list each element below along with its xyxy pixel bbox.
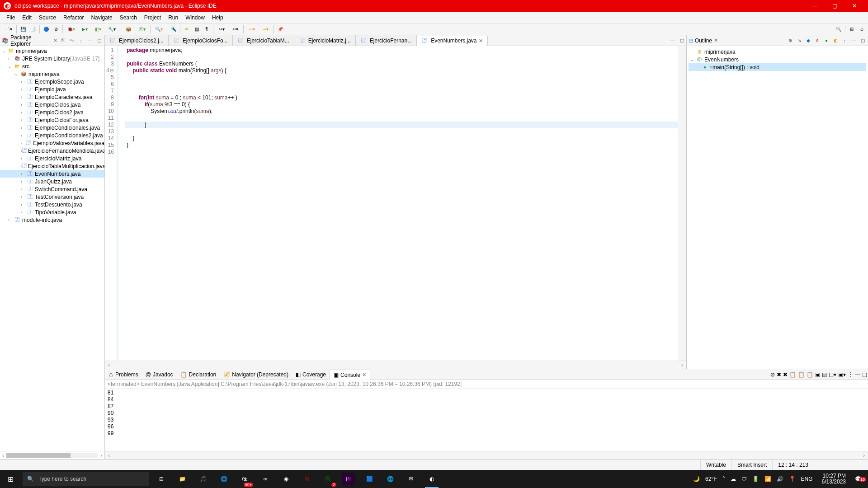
new-java-class-button[interactable]: Ⓒ▾ (136, 25, 148, 34)
console-toolbar-button[interactable]: 📋 (789, 371, 796, 378)
quick-access-button[interactable]: 🔍 (834, 25, 843, 34)
close-button[interactable]: ✕ (844, 0, 864, 12)
twisty-icon[interactable]: › (21, 80, 26, 84)
link-editor-button[interactable]: ⇆ (68, 37, 75, 44)
bottom-tab-console[interactable]: ▣Console ✕ (330, 370, 370, 380)
console-toolbar-button[interactable]: ⊘ (770, 371, 775, 378)
tree-item[interactable]: ›🇯EjecmploScope.java (0, 78, 104, 85)
twisty-icon[interactable]: ⌄ (8, 64, 14, 69)
menu-file[interactable]: File (3, 13, 19, 22)
tree-item[interactable]: ›🇯SwitchCommand.java (0, 185, 104, 193)
tree-item[interactable]: ›🇯EjercicioMatriz.java (0, 155, 104, 162)
twisty-icon[interactable]: › (21, 126, 26, 130)
tray-chevron-icon[interactable]: ˄ (722, 476, 725, 482)
outline-hide-static-button[interactable]: s (814, 37, 821, 44)
debug-button[interactable]: 🐞▾ (65, 25, 77, 34)
tree-item[interactable]: ›🇯EjemploCiclos.java (0, 101, 104, 108)
pin-editor-button[interactable]: 📌 (276, 25, 285, 34)
twisty-icon[interactable]: ⌄ (2, 49, 7, 53)
console-hscroll[interactable]: ‹› (105, 451, 868, 459)
skip-breakpoints-button[interactable]: ⊘ (52, 25, 61, 34)
chrome-button[interactable]: ◉ (276, 470, 297, 488)
tab-close[interactable]: ✕ (362, 372, 366, 378)
bottom-tab-navigatordeprecated[interactable]: 🧭Navigator (Deprecated) (220, 369, 292, 380)
menu-run[interactable]: Run (165, 13, 182, 22)
console-toolbar-button[interactable]: 📋 (798, 371, 805, 378)
weather-icon[interactable]: 🌙 (693, 476, 700, 482)
twisty-icon[interactable]: › (21, 87, 26, 92)
chevron-down-icon[interactable]: ⌄ (690, 57, 696, 62)
tree-item[interactable]: ›🇯EjercicioFernandoMendiola.java (0, 147, 104, 155)
new-button[interactable]: 📄▾ (2, 25, 14, 34)
twisty-icon[interactable]: › (21, 95, 26, 99)
outline-focus-button[interactable]: ⊕ (787, 37, 794, 44)
folding-ruler[interactable] (118, 46, 125, 361)
twisty-icon[interactable]: › (21, 195, 26, 199)
code-editor[interactable]: 1234⊖5678910111213141516 package miprime… (105, 46, 686, 361)
console-toolbar-button[interactable]: ▢▾ (829, 371, 836, 378)
notifications-icon[interactable]: 💬16 (855, 476, 866, 482)
tree-item[interactable]: ›🇯EvenNumbers.java (0, 170, 104, 178)
outline-minimize-button[interactable]: — (850, 37, 857, 44)
twisty-icon[interactable]: › (8, 56, 14, 61)
package-explorer-close[interactable]: ✕ (53, 38, 57, 43)
language-indicator[interactable]: ENG (801, 476, 813, 482)
twisty-icon[interactable]: › (21, 118, 26, 122)
tree-item[interactable]: ⌄📂src (0, 62, 104, 70)
tree-item[interactable]: ›🇯TestConversion.java (0, 193, 104, 201)
editor-tab[interactable]: 🇯EjemploCiclosFo... (169, 35, 233, 46)
show-whitespace-button[interactable]: ¶ (202, 25, 211, 34)
tree-item[interactable]: ⌄📁miprimerjava (0, 47, 104, 55)
console-toolbar-button[interactable]: ▤ (822, 371, 827, 378)
outline-close[interactable]: ✕ (714, 38, 718, 43)
outline-tree[interactable]: ⊞ miprimerjava ⌄ Ⓒ EvenNumbers ● s main(… (687, 46, 868, 73)
twisty-icon[interactable]: › (21, 141, 25, 145)
package-explorer-hscroll[interactable]: ‹› (0, 451, 104, 459)
collapse-all-button[interactable]: ⇱ (59, 37, 66, 44)
xbox-button[interactable]: ⓧ2 (317, 470, 338, 488)
tree-item[interactable]: ›🇯EjemploCondicionales2.java (0, 131, 104, 139)
battery-icon[interactable]: 🔋 (752, 476, 759, 482)
tree-item[interactable]: ›🇯JuanQuizz.java (0, 178, 104, 185)
tree-item[interactable]: ›🇯EjemploCondicionales.java (0, 124, 104, 131)
taskbar-search[interactable]: 🔍 Type here to search (23, 472, 149, 486)
open-perspective-button[interactable]: ⊞ (847, 25, 856, 34)
java-perspective-button[interactable]: ♨ (857, 25, 866, 34)
bottom-tab-javadoc[interactable]: @Javadoc (142, 369, 177, 380)
menu-search[interactable]: Search (116, 13, 141, 22)
tree-item[interactable]: ›🇯EjemploValoresVariables.java (0, 139, 104, 147)
itunes-button[interactable]: 🎵 (193, 470, 213, 488)
twisty-icon[interactable]: › (21, 133, 26, 138)
copilot-button[interactable]: 🟦 (359, 470, 380, 488)
forward-button[interactable]: ⤻▾ (259, 25, 272, 34)
outline-hide-local-button[interactable]: ◐ (832, 37, 839, 44)
twisty-icon[interactable]: › (21, 187, 26, 192)
console-toolbar-button[interactable]: ▣ (815, 371, 820, 378)
package-tree[interactable]: ⌄📁miprimerjava›📚JRE System Library [Java… (0, 46, 104, 451)
view-menu-button[interactable]: ⋮ (77, 37, 85, 44)
tree-item[interactable]: ⌄📦miprimerjava (0, 70, 104, 78)
twisty-icon[interactable]: › (8, 218, 14, 222)
console-toolbar-button[interactable]: ✖ (783, 371, 788, 378)
console-toolbar-button[interactable]: ▣▾ (838, 371, 846, 378)
twisty-icon[interactable]: ⌄ (14, 72, 20, 76)
editor-hscroll[interactable]: ‹› (105, 361, 686, 369)
console-output[interactable]: 81848790939699 (105, 389, 868, 451)
toggle-mark-button[interactable]: ✏ (182, 25, 191, 34)
outline-maximize-button[interactable]: ▢ (859, 37, 866, 44)
twisty-icon[interactable]: › (21, 202, 26, 207)
menu-edit[interactable]: Edit (19, 13, 35, 22)
location-icon[interactable]: 📍 (789, 476, 796, 482)
editor-min-button[interactable]: — (669, 37, 676, 44)
back-button[interactable]: ⤺▾ (245, 25, 258, 34)
chrome2-button[interactable]: 🌐 (380, 470, 401, 488)
editor-max-button[interactable]: ▢ (678, 37, 685, 44)
tree-item[interactable]: ›🇯module-info.java (0, 216, 104, 224)
twisty-icon[interactable]: › (21, 172, 26, 176)
minimize-view-button[interactable]: — (86, 37, 94, 44)
tree-item[interactable]: ›🇯EjemploCaracteres.java (0, 93, 104, 101)
minimize-button[interactable]: — (805, 0, 825, 12)
twisty-icon[interactable]: › (21, 210, 26, 215)
start-button[interactable]: ⊞ (0, 470, 21, 488)
twisty-icon[interactable]: › (21, 156, 26, 161)
